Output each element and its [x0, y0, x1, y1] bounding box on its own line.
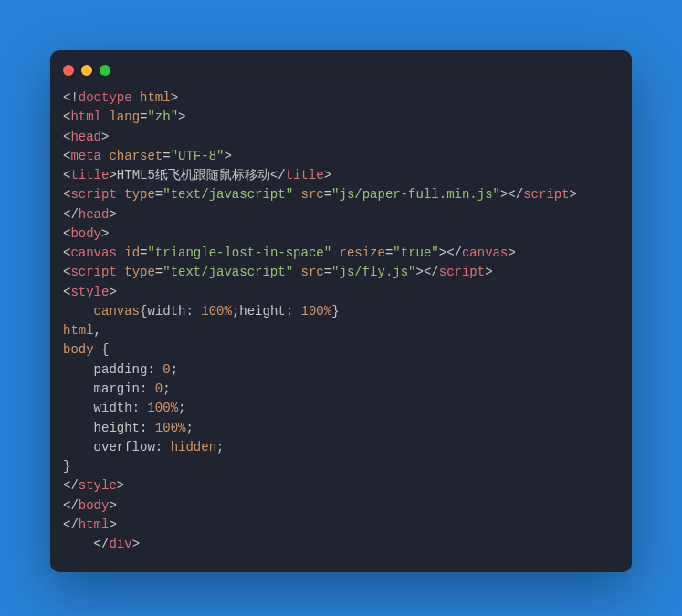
minimize-icon[interactable]	[81, 65, 92, 76]
maximize-icon[interactable]	[100, 65, 110, 76]
code-block: <!doctype html> <html lang="zh"> <head> …	[50, 85, 632, 572]
code-window: <!doctype html> <html lang="zh"> <head> …	[50, 50, 632, 572]
close-icon[interactable]	[63, 65, 74, 76]
title-text: HTML5纸飞机跟随鼠标移动	[117, 168, 270, 183]
doctype-keyword: doctype	[79, 90, 132, 105]
window-titlebar	[50, 50, 632, 85]
